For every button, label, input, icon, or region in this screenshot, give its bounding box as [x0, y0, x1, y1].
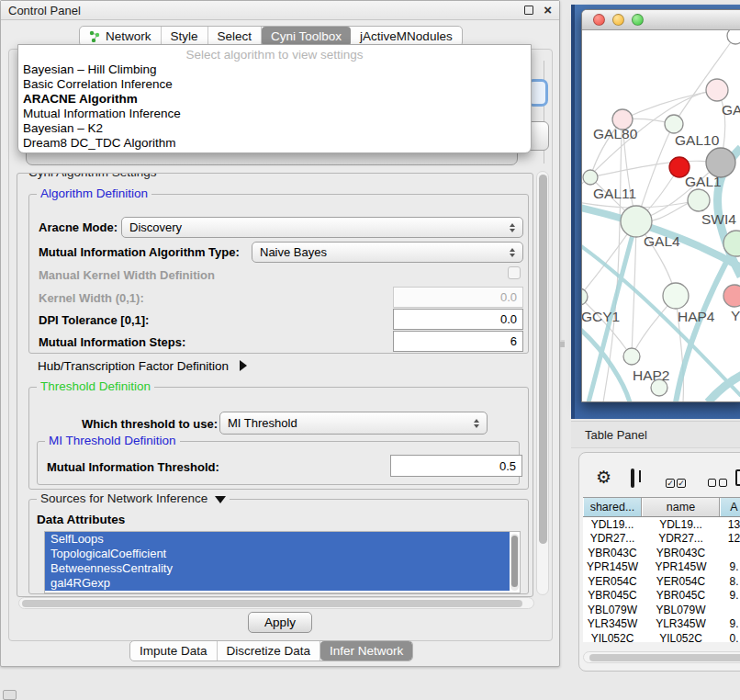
table-cell[interactable]: YIL052C: [583, 632, 642, 642]
table-cell[interactable]: YBL079W: [642, 604, 720, 616]
algorithm-option[interactable]: Bayesian – K2: [18, 121, 531, 136]
table-row[interactable]: YER054CYER054C8.: [583, 574, 740, 589]
table-horizontal-scrollbar[interactable]: [583, 651, 740, 663]
cyni-mode-tabs: Impute Data Discretize Data Infer Networ…: [129, 640, 413, 661]
table-cell[interactable]: 12: [720, 532, 740, 545]
settings-horizontal-scrollbar[interactable]: [18, 597, 534, 609]
panel-resize-gripper[interactable]: [560, 340, 565, 347]
network-canvas[interactable]: GAL GAL80 GAL10 GAL11 GAL1 SWI4 GAL4 GCY…: [582, 30, 740, 402]
attribute-list-item[interactable]: gal4RGexp: [45, 576, 510, 591]
tab-network[interactable]: Network: [80, 27, 162, 46]
table-cell[interactable]: YDL19...: [642, 518, 720, 531]
network-window-titlebar[interactable]: [582, 10, 740, 30]
table-row[interactable]: YPR145WYPR145W9.: [583, 560, 740, 575]
collapse-down-icon[interactable]: [215, 496, 226, 503]
table-cell[interactable]: YDR27...: [642, 532, 720, 545]
table-row[interactable]: YBR043CYBR043C: [583, 546, 740, 560]
mi-steps-field[interactable]: 6: [393, 331, 523, 352]
algorithm-option[interactable]: Basic Correlation Inference: [18, 77, 531, 92]
close-icon[interactable]: ×: [544, 2, 552, 18]
new-table-icon[interactable]: [735, 469, 740, 486]
table-cell[interactable]: YBR045C: [642, 589, 720, 602]
apply-button[interactable]: Apply: [248, 612, 312, 633]
table-cell[interactable]: 9.: [720, 617, 740, 630]
table-row[interactable]: YLR345WYLR345W9.: [583, 617, 740, 632]
gear-icon[interactable]: ⚙: [596, 469, 611, 486]
tab-jactivemnodules[interactable]: jActiveMNodules: [351, 27, 462, 46]
column-header[interactable]: name: [642, 498, 720, 516]
node[interactable]: [706, 79, 728, 101]
unchecked-boxes-icon[interactable]: [708, 474, 727, 491]
node-gal10[interactable]: [665, 115, 683, 133]
tab-select[interactable]: Select: [208, 27, 263, 46]
tab-style[interactable]: Style: [162, 27, 208, 46]
data-attributes-list[interactable]: SelfLoopsTopologicalCoefficientBetweenne…: [44, 531, 521, 593]
attribute-list-item[interactable]: TopologicalCoefficient: [45, 547, 510, 561]
table-cell[interactable]: YLR345W: [583, 617, 642, 630]
mi-threshold-label: Mutual Information Threshold:: [47, 460, 219, 474]
table-row[interactable]: YDR27...YDR27...12: [583, 532, 740, 547]
table-cell[interactable]: YIL052C: [642, 632, 720, 642]
table-cell[interactable]: YBL079W: [583, 604, 642, 616]
zoom-traffic-light-icon[interactable]: [632, 14, 644, 26]
table-cell[interactable]: 0.: [720, 632, 740, 642]
node-gcy1[interactable]: [582, 288, 588, 305]
bottom-left-panel-icon[interactable]: [3, 690, 17, 700]
kernel-width-label: Kernel Width (0,1):: [39, 291, 144, 305]
mi-algorithm-type-select[interactable]: Naive Bayes: [252, 242, 523, 263]
table-cell[interactable]: YBR045C: [583, 589, 642, 602]
tab-infer-network[interactable]: Infer Network: [320, 641, 412, 660]
node-hap4[interactable]: [663, 283, 689, 309]
attribute-list-item[interactable]: BetweennessCentrality: [45, 561, 510, 576]
dpi-tolerance-field[interactable]: 0.0: [393, 309, 523, 330]
table-cell[interactable]: YPR145W: [642, 560, 720, 573]
attribute-list-item[interactable]: SelfLoops: [45, 532, 510, 547]
tab-impute-data[interactable]: Impute Data: [130, 641, 218, 660]
list-scrollbar[interactable]: [510, 534, 519, 591]
tab-cyni-toolbox[interactable]: Cyni Toolbox: [262, 27, 351, 46]
mi-threshold-field[interactable]: 0.5: [390, 455, 522, 477]
table-row[interactable]: YBR045CYBR045C9.: [583, 589, 740, 604]
table-row[interactable]: YBL079WYBL079W: [583, 603, 740, 617]
node-label: GAL: [722, 102, 740, 118]
hub-factor-expander[interactable]: Hub/Transcription Factor Definition: [38, 359, 247, 373]
table-cell[interactable]: 9.: [720, 560, 740, 573]
table-cell[interactable]: YPR145W: [583, 560, 642, 573]
split-columns-icon[interactable]: [631, 469, 634, 488]
table-row[interactable]: YIL052CYIL052C0.: [583, 631, 740, 642]
table-cell[interactable]: YER054C: [583, 575, 642, 588]
minimize-traffic-light-icon[interactable]: [612, 14, 624, 26]
node-pink[interactable]: [723, 285, 740, 307]
table-cell[interactable]: YDR27...: [583, 532, 642, 545]
manual-kernel-checkbox[interactable]: [508, 266, 521, 279]
algorithm-option[interactable]: ARACNE Algorithm: [18, 92, 531, 107]
node-hap2[interactable]: [623, 348, 640, 365]
tab-discretize-data[interactable]: Discretize Data: [218, 641, 321, 660]
node-gal11[interactable]: [583, 170, 598, 185]
table-cell[interactable]: YDL19...: [583, 518, 642, 531]
control-panel-titlebar[interactable]: Control Panel ×: [1, 1, 559, 20]
node[interactable]: [727, 30, 740, 44]
settings-vertical-scrollbar[interactable]: [536, 171, 549, 595]
table-cell[interactable]: 8.: [720, 575, 740, 588]
table-row[interactable]: YDL19...YDL19...13: [583, 517, 740, 532]
algorithm-option[interactable]: Mutual Information Inference: [18, 107, 531, 121]
close-traffic-light-icon[interactable]: [593, 14, 605, 26]
algorithm-option[interactable]: Dream8 DC_TDC Algorithm: [18, 136, 531, 151]
table-cell[interactable]: 9.: [720, 589, 740, 602]
table-cell[interactable]: YLR345W: [642, 617, 720, 630]
float-window-icon[interactable]: [524, 6, 533, 15]
table-cell[interactable]: YBR043C: [642, 547, 720, 559]
which-threshold-select[interactable]: MI Threshold: [219, 412, 488, 435]
column-header[interactable]: A: [720, 498, 740, 516]
table-cell[interactable]: YBR043C: [583, 547, 642, 559]
algorithm-option[interactable]: Bayesian – Hill Climbing: [18, 62, 531, 77]
aracne-mode-select[interactable]: Discovery: [121, 217, 523, 238]
table-cell[interactable]: 13: [720, 518, 740, 531]
node-gal1[interactable]: [688, 189, 710, 211]
table-cell[interactable]: YER054C: [642, 575, 720, 588]
checked-boxes-icon[interactable]: ✓✓: [666, 473, 686, 490]
column-header[interactable]: shared...: [583, 498, 642, 516]
node-gal4[interactable]: [621, 206, 652, 237]
kernel-width-field[interactable]: 0.0: [393, 287, 523, 308]
